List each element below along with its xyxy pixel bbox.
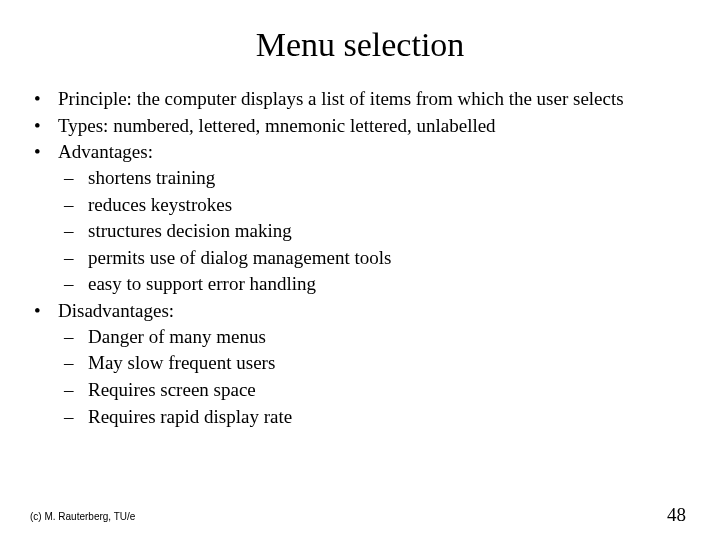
bullet-text: Disadvantages: xyxy=(58,300,174,321)
sub-text: easy to support error handling xyxy=(88,273,316,294)
sub-text: Requires rapid display rate xyxy=(88,406,292,427)
bullet-text: Types: numbered, lettered, mnemonic lett… xyxy=(58,115,496,136)
sub-text: structures decision making xyxy=(88,220,292,241)
sub-text: permits use of dialog management tools xyxy=(88,247,391,268)
bullet-list: Principle: the computer displays a list … xyxy=(28,86,692,429)
disadvantages-sublist: Danger of many menus May slow frequent u… xyxy=(58,324,692,430)
sub-item: reduces keystrokes xyxy=(58,192,692,218)
bullet-text: Principle: the computer displays a list … xyxy=(58,88,624,109)
bullet-principle: Principle: the computer displays a list … xyxy=(28,86,692,112)
sub-item: shortens training xyxy=(58,165,692,191)
bullet-disadvantages: Disadvantages: Danger of many menus May … xyxy=(28,298,692,429)
sub-item: structures decision making xyxy=(58,218,692,244)
sub-item: May slow frequent users xyxy=(58,350,692,376)
slide: Menu selection Principle: the computer d… xyxy=(0,0,720,540)
sub-text: Requires screen space xyxy=(88,379,256,400)
footer-copyright: (c) M. Rauterberg, TU/e xyxy=(30,511,135,522)
page-number: 48 xyxy=(667,504,686,526)
bullet-types: Types: numbered, lettered, mnemonic lett… xyxy=(28,113,692,139)
sub-item: Requires screen space xyxy=(58,377,692,403)
bullet-text: Advantages: xyxy=(58,141,153,162)
sub-item: easy to support error handling xyxy=(58,271,692,297)
sub-item: permits use of dialog management tools xyxy=(58,245,692,271)
sub-item: Requires rapid display rate xyxy=(58,404,692,430)
advantages-sublist: shortens training reduces keystrokes str… xyxy=(58,165,692,297)
bullet-advantages: Advantages: shortens training reduces ke… xyxy=(28,139,692,297)
sub-text: shortens training xyxy=(88,167,215,188)
sub-text: reduces keystrokes xyxy=(88,194,232,215)
sub-text: May slow frequent users xyxy=(88,352,275,373)
sub-item: Danger of many menus xyxy=(58,324,692,350)
sub-text: Danger of many menus xyxy=(88,326,266,347)
slide-title: Menu selection xyxy=(28,26,692,64)
